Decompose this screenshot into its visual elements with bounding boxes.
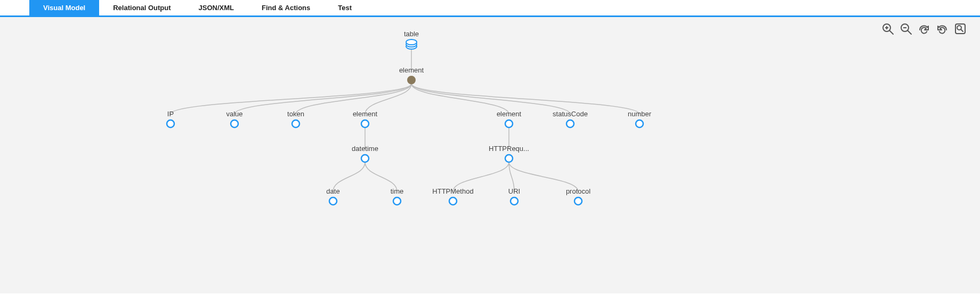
- tree-node-URI[interactable]: URI: [508, 187, 520, 205]
- tab-relational-output[interactable]: Relational Output: [99, 0, 184, 17]
- fit-to-screen-icon[interactable]: [954, 22, 967, 35]
- tree-node-value[interactable]: value: [226, 110, 242, 127]
- node-ring-icon: [329, 197, 337, 205]
- tree-node-time[interactable]: time: [391, 187, 404, 205]
- node-ring-icon: [505, 120, 513, 127]
- tree-node-element2[interactable]: element: [497, 110, 522, 127]
- tree-svg[interactable]: tableelementIPvaluetokenelementelementst…: [0, 17, 980, 293]
- tree-node-IP[interactable]: IP: [167, 110, 174, 127]
- tree-node-label: token: [287, 110, 304, 118]
- database-icon: [406, 39, 417, 49]
- tree-node-label: datetime: [352, 145, 378, 153]
- tabs-bar: Visual Model Relational Output JSON/XML …: [0, 0, 980, 17]
- node-ring-icon: [511, 197, 518, 205]
- tree-node-label: date: [326, 187, 339, 195]
- svg-line-12: [961, 29, 963, 31]
- tree-node-table[interactable]: table: [404, 30, 419, 49]
- tab-find-actions[interactable]: Find & Actions: [248, 0, 324, 17]
- tree-node-label: time: [391, 187, 404, 195]
- zoom-out-icon[interactable]: [900, 22, 912, 35]
- tree-node-label: statusCode: [553, 110, 588, 118]
- redo-icon[interactable]: [918, 22, 930, 35]
- tab-test[interactable]: Test: [324, 0, 366, 17]
- node-ring-icon: [449, 197, 457, 205]
- tree-node-label: HTTPRequ...: [489, 145, 529, 153]
- node-ring-icon: [361, 155, 369, 162]
- node-ring-icon: [566, 120, 574, 127]
- tree-node-HTTPMethod[interactable]: HTTPMethod: [432, 187, 473, 205]
- node-ring-icon: [292, 120, 299, 127]
- tree-link: [411, 84, 639, 114]
- tree-node-label: element: [353, 110, 378, 118]
- tree-node-label: IP: [167, 110, 174, 118]
- tree-node-label: HTTPMethod: [432, 187, 473, 195]
- tree-node-element0[interactable]: element: [399, 66, 424, 84]
- tree-node-label: protocol: [566, 187, 590, 195]
- tree-node-datetime[interactable]: datetime: [352, 145, 378, 162]
- tree-node-protocol[interactable]: protocol: [566, 187, 590, 205]
- node-ring-icon: [393, 197, 401, 205]
- tab-json-xml[interactable]: JSON/XML: [185, 0, 248, 17]
- undo-icon[interactable]: [936, 22, 949, 35]
- node-ring-icon: [361, 120, 369, 127]
- node-ring-icon: [574, 197, 582, 205]
- node-solid-icon: [408, 76, 415, 84]
- node-ring-icon: [636, 120, 643, 127]
- node-ring-icon: [505, 155, 513, 162]
- tree-node-element1[interactable]: element: [353, 110, 378, 127]
- tree-node-number[interactable]: number: [628, 110, 652, 127]
- tree-node-HTTPRequ[interactable]: HTTPRequ...: [489, 145, 529, 162]
- tree-node-label: element: [497, 110, 522, 118]
- tree-node-date[interactable]: date: [326, 187, 339, 205]
- tree-link: [411, 84, 570, 114]
- tab-visual-model[interactable]: Visual Model: [29, 0, 99, 17]
- tree-node-label: number: [628, 110, 652, 118]
- canvas-toolbar: [881, 22, 967, 35]
- tree-link: [234, 84, 411, 114]
- tree-canvas[interactable]: tableelementIPvaluetokenelementelementst…: [0, 17, 980, 293]
- svg-point-2: [406, 39, 417, 45]
- svg-line-8: [908, 30, 911, 34]
- tree-node-statusCode[interactable]: statusCode: [553, 110, 588, 127]
- tree-node-label: value: [226, 110, 242, 118]
- node-ring-icon: [167, 120, 174, 127]
- zoom-in-icon[interactable]: [881, 22, 894, 35]
- svg-line-4: [889, 30, 893, 34]
- tree-node-label: table: [404, 30, 419, 38]
- tree-node-token[interactable]: token: [287, 110, 304, 127]
- node-ring-icon: [231, 120, 238, 127]
- tree-node-label: element: [399, 66, 424, 74]
- tree-node-label: URI: [508, 187, 520, 195]
